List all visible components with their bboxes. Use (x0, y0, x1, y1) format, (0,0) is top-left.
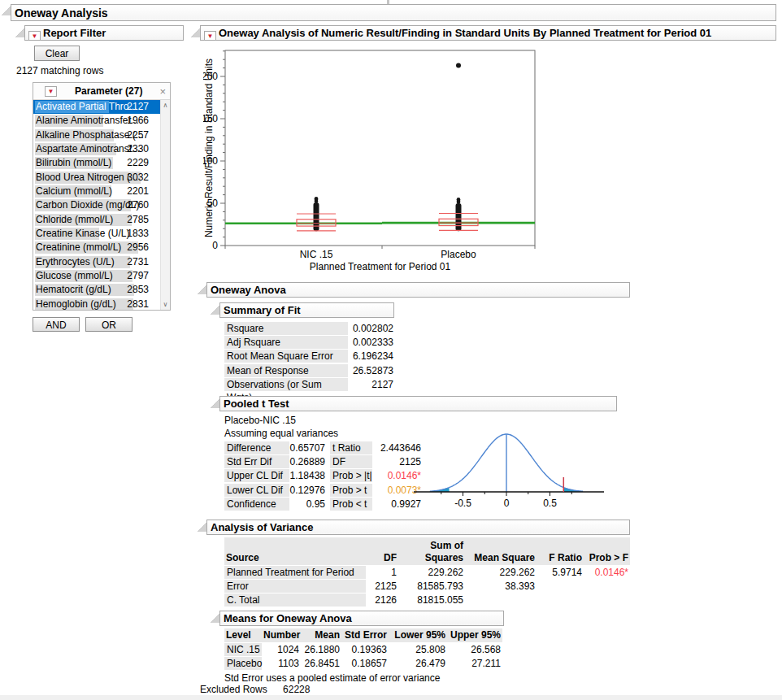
parameter-count: 2831 (127, 298, 149, 311)
pooled-t-test-header[interactable]: Pooled t Test (219, 396, 617, 411)
table-row: Rsquare0.002802 (224, 321, 395, 335)
summary-of-fit-title: Summary of Fit (224, 304, 301, 316)
analysis-title: Oneway Analysis of Numeric Result/Findin… (219, 27, 711, 39)
summary-of-fit-table: Rsquare0.002802Adj Rsquare0.002333Root M… (224, 321, 395, 392)
table-cell: 1103 (262, 657, 301, 670)
table-cell: 81815.055 (398, 593, 465, 607)
red-triangle-menu-icon[interactable]: ▼ (204, 31, 216, 41)
table-cell: Error (224, 580, 366, 593)
parameter-item[interactable]: Alkaline Phosphatase (...2257 (33, 128, 160, 142)
parameter-label: Calcium (mmol/L) (36, 185, 112, 197)
parameter-item[interactable]: Alanine Aminotransfer...1966 (33, 114, 160, 128)
parameter-item[interactable]: Erythrocytes (U/L)2731 (33, 255, 160, 269)
disclosure-triangle-icon[interactable] (211, 306, 219, 315)
table-cell: 26.568 (447, 643, 502, 656)
row-value: 0.002802 (348, 323, 395, 334)
row-value: 0.12976 (289, 485, 327, 496)
table-cell: 0.18657 (341, 657, 389, 670)
red-triangle-menu-icon[interactable]: ▼ (45, 86, 57, 97)
column-header: DF (366, 551, 398, 565)
disclosure-triangle-icon[interactable] (211, 399, 219, 408)
disclosure-triangle-icon[interactable] (15, 28, 24, 37)
analysis-title-header[interactable]: ▼Oneway Analysis of Numeric Result/Findi… (200, 25, 776, 41)
parameter-count: 2760 (127, 198, 149, 212)
disclosure-triangle-icon[interactable] (198, 285, 206, 294)
matching-rows-text: 2127 matching rows (16, 65, 103, 76)
svg-text:0: 0 (504, 498, 510, 509)
table-cell: 38.393 (465, 580, 537, 593)
summary-of-fit-header[interactable]: Summary of Fit (219, 302, 394, 318)
parameter-item[interactable]: Calcium (mmol/L)2201 (33, 185, 160, 198)
parameter-count: 2330 (127, 142, 149, 156)
parameter-count: 2797 (127, 269, 149, 283)
row-label: Root Mean Square Error (224, 350, 348, 363)
list-scrollbar[interactable]: ∧ ∨ (160, 100, 170, 310)
parameter-item[interactable]: Activated Partial Thro...2127 (33, 100, 160, 114)
oneway-analysis-report: Oneway Analysis ▼Report Filter Clear 212… (0, 0, 782, 700)
row-label: Observations (or Sum Wgts) (224, 378, 348, 391)
excluded-rows-value: 62228 (283, 684, 310, 695)
parameter-item[interactable]: Bilirubin (mmol/L)2229 (33, 156, 160, 170)
table-cell: 2125 (366, 580, 398, 593)
and-button[interactable]: AND (33, 317, 80, 332)
means-header[interactable]: Means for Oneway Anova (219, 611, 504, 626)
column-header: Sum of Squares (398, 539, 465, 565)
oneway-anova-header[interactable]: Oneway Anova (206, 282, 630, 298)
parameter-item[interactable]: Aspartate Aminotransf...2330 (33, 142, 160, 156)
parameter-item[interactable]: Hemoglobin (g/dL)2831 (33, 298, 160, 311)
column-header: Number (262, 628, 301, 642)
table-cell: 25.808 (389, 643, 447, 656)
scroll-up-icon[interactable]: ∧ (163, 102, 168, 109)
parameter-item[interactable]: Carbon Dioxide (mg/dL)2760 (33, 198, 160, 212)
svg-text:Planned Treatment for Period 0: Planned Treatment for Period 01 (310, 261, 451, 272)
parameter-label: Hematocrit (g/dL) (36, 284, 111, 295)
analysis-of-variance-header[interactable]: Analysis of Variance (206, 520, 630, 535)
disclosure-triangle-icon[interactable] (211, 614, 219, 623)
table-row: Placebo110326.84510.1865726.47927.211 (224, 657, 502, 671)
parameter-label: Glucose (mmol/L) (36, 270, 113, 281)
anova-table: SourceDFSum of SquaresMean SquareF Ratio… (224, 537, 630, 607)
red-triangle-menu-icon[interactable]: ▼ (28, 31, 41, 41)
t-distribution-plot: -0.500.5 (409, 429, 612, 515)
disclosure-triangle-icon[interactable] (191, 28, 200, 37)
close-icon[interactable]: × (158, 86, 167, 97)
table-cell: 229.262 (465, 566, 537, 579)
scroll-down-icon[interactable]: ∨ (163, 301, 168, 308)
parameter-count: 2257 (127, 128, 149, 142)
parameter-item[interactable]: Chloride (mmol/L)2785 (33, 213, 160, 227)
clear-button[interactable]: Clear (34, 46, 80, 61)
parameter-item[interactable]: Glucose (mmol/L)2797 (33, 269, 160, 283)
row-label: Lower CL Dif (224, 484, 289, 497)
column-header: Source (224, 551, 366, 565)
parameter-count: 2201 (127, 185, 149, 198)
table-row: Upper CL Dif1.18438Prob > |t|0.0146* (224, 469, 423, 483)
parameter-item[interactable]: Creatine Kinase (U/L)1833 (33, 227, 160, 241)
disclosure-triangle-icon[interactable] (198, 523, 206, 532)
column-header: F Ratio (537, 551, 584, 565)
table-row: C. Total212681815.055 (224, 593, 630, 607)
table-cell: 0.19363 (341, 643, 389, 656)
oneway-box-plot[interactable]: 050100150200Numeric Result/Finding in St… (203, 43, 545, 280)
window-bottom-edge (0, 695, 782, 700)
parameter-label: Activated Partial Thro... (36, 101, 137, 112)
parameter-count: 2127 (127, 100, 149, 114)
parameter-item[interactable]: Blood Urea Nitrogen (...3032 (33, 171, 160, 185)
parameter-item[interactable]: Creatinine (mmol/L)2956 (33, 241, 160, 254)
parameter-item[interactable]: Hematocrit (g/dL)2853 (33, 283, 160, 297)
table-cell: Placebo (224, 657, 262, 670)
or-button[interactable]: OR (85, 317, 133, 332)
table-header-row: LevelNumberMeanStd ErrorLower 95%Upper 9… (224, 628, 502, 642)
report-title-header[interactable]: Oneway Analysis (11, 4, 776, 21)
row-label: Prob > |t| (330, 469, 372, 482)
parameter-count: 3032 (127, 171, 149, 185)
std-error-note: Std Error uses a pooled estimate of erro… (224, 672, 440, 684)
row-value: 1.18438 (289, 470, 327, 481)
table-cell: 229.262 (398, 566, 465, 579)
row-label: Prob < t (330, 498, 372, 511)
means-title: Means for Oneway Anova (224, 612, 352, 624)
row-value: 0.95 (289, 498, 327, 510)
disclosure-triangle-icon[interactable] (2, 7, 11, 15)
report-filter-header[interactable]: ▼Report Filter (24, 25, 184, 41)
column-header: Lower 95% (389, 628, 447, 642)
assumption-label: Assuming equal variances (224, 428, 338, 439)
